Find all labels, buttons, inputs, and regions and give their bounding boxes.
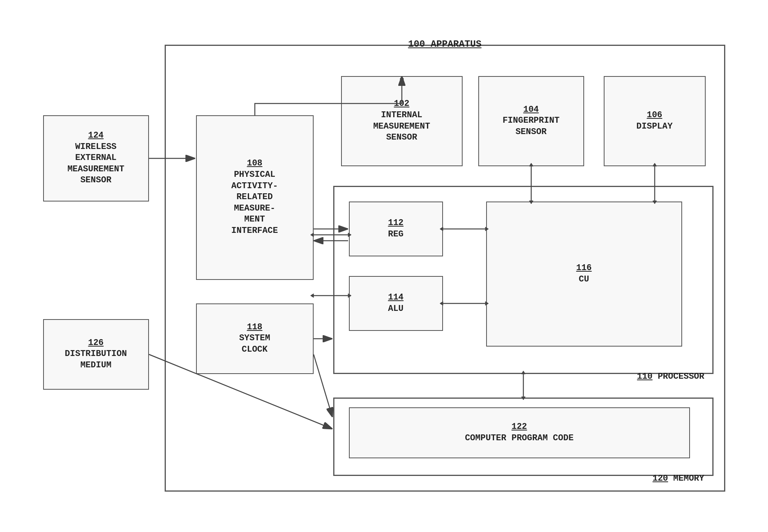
internal-sensor-box: 102 INTERNALMEASUREMENTSENSOR xyxy=(341,76,463,166)
fingerprint-sensor-ref: 104 xyxy=(523,104,539,116)
wireless-sensor-label: WIRELESSEXTERNALMEASUREMENTSENSOR xyxy=(67,142,124,186)
reg-box: 112 REG xyxy=(349,202,443,256)
alu-label: ALU xyxy=(388,303,404,315)
display-label: DISPLAY xyxy=(636,121,672,133)
reg-label: REG xyxy=(388,229,404,240)
alu-ref: 114 xyxy=(388,292,404,303)
program-code-ref: 122 xyxy=(512,421,527,433)
physical-activity-box: 108 PHYSICALACTIVITY-RELATEDMEASURE-MENT… xyxy=(196,115,314,280)
physical-activity-label: PHYSICALACTIVITY-RELATEDMEASURE-MENTINTE… xyxy=(231,169,278,237)
cu-ref: 116 xyxy=(576,263,592,274)
distribution-label: DISTRIBUTIONMEDIUM xyxy=(65,349,127,371)
system-clock-ref: 118 xyxy=(247,322,263,333)
program-code-label: COMPUTER PROGRAM CODE xyxy=(465,433,574,444)
display-box: 106 DISPLAY xyxy=(604,76,706,166)
system-clock-box: 118 SYSTEMCLOCK xyxy=(196,303,314,374)
wireless-sensor-ref: 124 xyxy=(88,130,104,142)
alu-box: 114 ALU xyxy=(349,276,443,331)
wireless-sensor-box: 124 WIRELESSEXTERNALMEASUREMENTSENSOR xyxy=(43,115,149,202)
cu-box: 116 CU xyxy=(486,202,682,347)
fingerprint-sensor-label: FINGERPRINTSENSOR xyxy=(503,115,559,138)
fingerprint-sensor-box: 104 FINGERPRINTSENSOR xyxy=(478,76,584,166)
internal-sensor-ref: 102 xyxy=(394,98,410,110)
physical-activity-ref: 108 xyxy=(247,158,263,169)
system-clock-label: SYSTEMCLOCK xyxy=(239,333,270,355)
cu-label: CU xyxy=(579,274,589,285)
display-ref: 106 xyxy=(647,110,663,121)
distribution-medium-box: 126 DISTRIBUTIONMEDIUM xyxy=(43,319,149,390)
reg-ref: 112 xyxy=(388,218,404,229)
program-code-box: 122 COMPUTER PROGRAM CODE xyxy=(349,407,690,458)
internal-sensor-label: INTERNALMEASUREMENTSENSOR xyxy=(373,110,430,143)
distribution-ref: 126 xyxy=(88,338,104,349)
